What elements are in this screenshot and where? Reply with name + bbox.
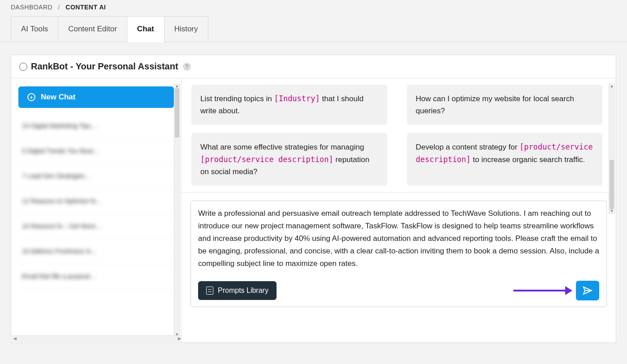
plus-icon: + — [27, 93, 35, 101]
scroll-up-icon[interactable]: ▲ — [610, 84, 614, 88]
chat-history-item[interactable]: 7 Lead Gen Strategies… — [18, 164, 174, 189]
prompts-library-button[interactable]: Prompts Library — [198, 281, 277, 300]
tab-chat[interactable]: Chat — [127, 16, 164, 42]
scroll-track[interactable] — [609, 88, 614, 209]
prompt-card[interactable]: What are some effective strategies for m… — [191, 133, 387, 186]
page-title: RankBot - Your Personal Assistant — [31, 61, 178, 72]
sidebar-scrollbar[interactable]: ▲ ▼ — [174, 84, 180, 337]
card-body: + New Chat 10 Digital Marketing Tips… 5 … — [11, 78, 616, 343]
prompt-text: Develop a content strategy for — [416, 143, 520, 151]
scroll-down-icon[interactable]: ▼ — [610, 209, 614, 213]
scroll-thumb[interactable] — [175, 88, 179, 137]
tab-history[interactable]: History — [164, 16, 208, 42]
prompt-card[interactable]: List trending topics in [Industry] that … — [191, 85, 387, 125]
prompt-variable: [Industry] — [274, 94, 320, 103]
breadcrumb-current: CONTENT AI — [65, 4, 106, 11]
compose-box: Write a professional and persuasive emai… — [190, 201, 607, 307]
scroll-thumb[interactable] — [610, 160, 614, 209]
hscroll-track[interactable] — [17, 336, 177, 341]
chat-sidebar: + New Chat 10 Digital Marketing Tips… 5 … — [11, 78, 182, 343]
main-scrollbar[interactable]: ▲ ▼ — [609, 84, 615, 214]
breadcrumb-sep: / — [58, 4, 60, 11]
scroll-up-icon[interactable]: ▲ — [175, 84, 179, 88]
breadcrumb: DASHBOARD / CONTENT AI — [0, 0, 627, 14]
new-chat-button[interactable]: + New Chat — [18, 86, 174, 108]
sidebar-hscrollbar[interactable]: ◀ ▶ — [12, 335, 182, 342]
chat-history-item[interactable]: 10 Digital Marketing Tips… — [18, 114, 174, 139]
prompt-card[interactable]: Develop a content strategy for [product/… — [407, 133, 603, 186]
scroll-right-icon[interactable]: ▶ — [177, 337, 182, 341]
chat-history-item[interactable]: Email that fills a purpose… — [18, 265, 174, 290]
scroll-left-icon[interactable]: ◀ — [13, 337, 17, 341]
compose-actions: Prompts Library — [198, 281, 599, 300]
send-button[interactable] — [576, 281, 599, 300]
prompts-library-label: Prompts Library — [218, 287, 268, 295]
prompt-text: to increase organic search traffic. — [471, 155, 585, 164]
send-area — [513, 281, 599, 300]
chat-main: ▲ ▼ List trending topics in [Industry] t… — [182, 78, 616, 343]
chat-card: RankBot - Your Personal Assistant ? + Ne… — [11, 55, 616, 343]
chat-history-list: 10 Digital Marketing Tips… 5 Digital Tre… — [18, 114, 174, 290]
annotation-arrow — [513, 290, 571, 291]
card-header: RankBot - Your Personal Assistant ? — [11, 55, 616, 78]
chat-history-item[interactable]: 5 Digital Trends You Must… — [18, 139, 174, 164]
tab-content-editor[interactable]: Content Editor — [58, 16, 127, 42]
chat-history-item[interactable]: 10 Address Freshness in… — [18, 240, 174, 265]
help-icon[interactable]: ? — [183, 63, 191, 71]
prompt-text: How can I optimize my website for local … — [416, 94, 574, 115]
send-icon — [582, 285, 593, 296]
chat-input[interactable]: Write a professional and persuasive emai… — [198, 207, 599, 274]
prompt-card[interactable]: How can I optimize my website for local … — [407, 85, 603, 125]
tab-bar: AI Tools Content Editor Chat History — [0, 16, 627, 42]
chat-history-item[interactable]: 12 Reasons to Optimize fo… — [18, 189, 174, 214]
breadcrumb-root[interactable]: DASHBOARD — [11, 4, 52, 11]
scroll-track[interactable] — [174, 88, 180, 333]
prompt-variable: [product/service description] — [200, 155, 333, 164]
chat-history-item[interactable]: 10 Reasons fo – Get More… — [18, 214, 174, 240]
compose-area: Write a professional and persuasive emai… — [182, 193, 616, 315]
prompt-suggestions: List trending topics in [Industry] that … — [182, 78, 616, 193]
assistant-icon — [19, 63, 27, 71]
document-icon — [206, 287, 213, 295]
tab-ai-tools[interactable]: AI Tools — [11, 16, 58, 42]
new-chat-label: New Chat — [41, 93, 75, 102]
prompt-text: List trending topics in — [200, 94, 274, 103]
prompt-text: What are some effective strategies for m… — [200, 143, 364, 151]
